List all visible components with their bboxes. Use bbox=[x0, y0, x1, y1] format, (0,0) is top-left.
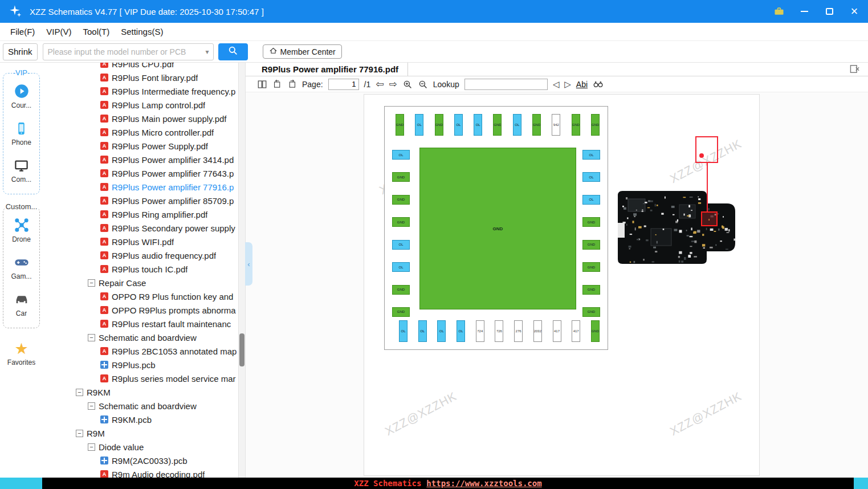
text-select-tool[interactable]: Abi bbox=[576, 80, 588, 89]
next-result-icon[interactable]: ▷ bbox=[564, 80, 571, 88]
tree-item[interactable]: AR9Plus Ring amplifier.pdf bbox=[43, 207, 245, 221]
tree-item[interactable]: −Diode value bbox=[43, 440, 245, 454]
menu-item-file[interactable]: File(F) bbox=[5, 27, 40, 36]
search-button[interactable] bbox=[218, 43, 248, 60]
monitor-icon bbox=[14, 157, 29, 174]
home-icon bbox=[269, 47, 278, 57]
member-center-label: Member Center bbox=[280, 47, 336, 56]
tree-item[interactable]: AR9Plus Micro controller.pdf bbox=[43, 125, 245, 139]
tree-item[interactable]: AR9Plus WIFI.pdf bbox=[43, 235, 245, 248]
document-tab[interactable]: R9Plus Power amplifier 77916.pdf bbox=[246, 63, 408, 76]
chip-pin: 417 bbox=[553, 320, 561, 342]
tree-item-label: R9Plus WIFI.pdf bbox=[112, 237, 174, 247]
shrink-button[interactable]: Shrink bbox=[3, 43, 38, 60]
chevron-down-icon[interactable]: ▾ bbox=[206, 48, 213, 56]
tree-item[interactable]: AR9m Audio decoding.pdf bbox=[43, 467, 245, 478]
tree-item-label: R9Plus Main power supply.pdf bbox=[112, 114, 227, 124]
collapse-icon: − bbox=[88, 334, 95, 341]
chip-diagram: GNDOLGNDOLOLGNDOLGND942GNDGND OLGNDGNDGN… bbox=[384, 106, 608, 350]
sidebar-item-drone[interactable]: Drone bbox=[3, 217, 39, 243]
tree-item[interactable]: AR9Plus touch IC.pdf bbox=[43, 262, 245, 276]
drone-icon bbox=[14, 217, 30, 234]
tree-item[interactable]: −R9KM bbox=[43, 385, 245, 399]
tree-item[interactable]: AR9Plus audio frequency.pdf bbox=[43, 248, 245, 262]
tree-item[interactable]: AR9Plus Secondary power supply bbox=[43, 221, 245, 235]
watermark: XZZ@XZZHK bbox=[382, 389, 459, 438]
lookup-input[interactable] bbox=[464, 79, 548, 90]
tree-item[interactable]: AR9Plus 2BC1053 annotated map bbox=[43, 344, 245, 358]
close-document-icon[interactable] bbox=[850, 64, 860, 74]
tree-item[interactable]: AR9Plus Power Supply.pdf bbox=[43, 139, 245, 153]
tree-item[interactable]: −Schematic and boardview bbox=[43, 399, 245, 413]
tree-item[interactable]: R9M(2AC0033).pcb bbox=[43, 454, 245, 467]
tree-item[interactable]: R9Plus.pcb bbox=[43, 358, 245, 372]
member-center-button[interactable]: Member Center bbox=[263, 44, 342, 59]
tree-item[interactable]: AR9Plus Main power supply.pdf bbox=[43, 112, 245, 125]
tree-item[interactable]: AR9Plus CPU.pdf bbox=[43, 63, 245, 71]
tree-item[interactable]: AR9Plus Power amplifier 3414.pd bbox=[43, 153, 245, 166]
tree-item[interactable]: AR9Plus Power amplifier 77916.p bbox=[43, 180, 245, 194]
tree-item[interactable]: AR9plus series model service mar bbox=[43, 372, 245, 385]
chip-pin: GND bbox=[392, 172, 410, 182]
sidebar-item-gam[interactable]: Gam... bbox=[3, 254, 39, 280]
favorites-button[interactable]: ★ Favorites bbox=[0, 341, 43, 366]
pdf-icon: A bbox=[100, 197, 108, 205]
status-url[interactable]: https://www.xzztools.com bbox=[426, 479, 541, 488]
tree-scrollbar[interactable] bbox=[238, 63, 245, 478]
menu-item-vip[interactable]: VIP(V) bbox=[40, 27, 77, 36]
sidebar-item-phone[interactable]: Phone bbox=[3, 120, 39, 146]
sidebar-item-car[interactable]: Car bbox=[3, 291, 39, 317]
tree-item[interactable]: −Schematic and boardview bbox=[43, 331, 245, 344]
close-button[interactable]: × bbox=[849, 6, 860, 17]
collapse-icon: − bbox=[76, 389, 83, 396]
briefcase-icon[interactable] bbox=[773, 6, 785, 17]
tree-item[interactable]: AR9Plus Intermediate frequency.p bbox=[43, 84, 245, 98]
menu-item-tool[interactable]: Tool(T) bbox=[78, 27, 116, 36]
binoculars-icon[interactable] bbox=[593, 79, 604, 89]
rotate-left-icon[interactable] bbox=[272, 79, 282, 89]
tree-item[interactable]: AR9Plus Lamp control.pdf bbox=[43, 98, 245, 112]
scrollbar-thumb[interactable] bbox=[239, 333, 244, 366]
tree-item-label: R9Plus restart fault maintenanc bbox=[112, 319, 231, 329]
chip-pin: OL bbox=[582, 195, 600, 205]
tree-item[interactable]: AR9Plus restart fault maintenanc bbox=[43, 317, 245, 331]
chip-pin: OL bbox=[392, 240, 410, 250]
chip-pin: GND bbox=[582, 217, 600, 227]
page-total: /1 bbox=[364, 80, 371, 89]
tree-item-label: R9Plus Power Supply.pdf bbox=[112, 141, 208, 151]
pdf-toolbar: Page: /1 ⇦ ⇨ Lookup ◁ ▷ Abi bbox=[246, 76, 868, 92]
pdf-icon: A bbox=[100, 470, 108, 478]
chip-pin: GND bbox=[435, 114, 443, 136]
tab-bar: R9Plus Power amplifier 77916.pdf bbox=[246, 63, 868, 76]
collapse-panel-handle[interactable]: ‹ bbox=[245, 242, 252, 286]
file-tree: AR9Plus CPU.pdfAR9Plus Font library.pdfA… bbox=[43, 63, 245, 478]
status-bar-right-accent bbox=[854, 478, 868, 489]
prev-result-icon[interactable]: ◁ bbox=[553, 80, 560, 88]
zoom-in-icon[interactable] bbox=[402, 79, 413, 89]
sidebar-item-cour[interactable]: Cour... bbox=[3, 83, 39, 109]
tree-item[interactable]: AR9Plus Font library.pdf bbox=[43, 71, 245, 84]
next-page-icon[interactable]: ⇨ bbox=[389, 79, 397, 89]
tree-item[interactable]: R9KM.pcb bbox=[43, 413, 245, 426]
tree-item[interactable]: −R9M bbox=[43, 426, 245, 440]
page-input[interactable] bbox=[328, 79, 359, 90]
tree-item-label: R9Plus Font library.pdf bbox=[112, 73, 198, 83]
minimize-button[interactable] bbox=[798, 6, 810, 17]
maximize-button[interactable] bbox=[824, 6, 835, 17]
tree-item[interactable]: −Repair Case bbox=[43, 276, 245, 290]
rotate-right-icon[interactable] bbox=[287, 79, 297, 89]
chip-pin: GND bbox=[572, 114, 580, 136]
tree-item[interactable]: AR9Plus Power amplifier 85709.p bbox=[43, 194, 245, 207]
annotation-target bbox=[701, 211, 718, 226]
menu-item-settings[interactable]: Settings(S) bbox=[115, 27, 169, 36]
chip-pin: 726 bbox=[495, 320, 503, 342]
prev-page-icon[interactable]: ⇦ bbox=[376, 79, 384, 89]
tree-item[interactable]: AOPPO R9Plus prompts abnorma bbox=[43, 303, 245, 317]
tree-item[interactable]: AR9Plus Power amplifier 77643.p bbox=[43, 166, 245, 180]
facing-pages-icon[interactable] bbox=[257, 79, 267, 89]
zoom-out-icon[interactable] bbox=[418, 79, 428, 89]
search-input[interactable] bbox=[43, 47, 206, 56]
tree-item[interactable]: AOPPO R9 Plus function key and bbox=[43, 290, 245, 303]
sidebar-item-com[interactable]: Com... bbox=[3, 157, 39, 184]
sidebar-item-label: Cour... bbox=[11, 101, 31, 109]
